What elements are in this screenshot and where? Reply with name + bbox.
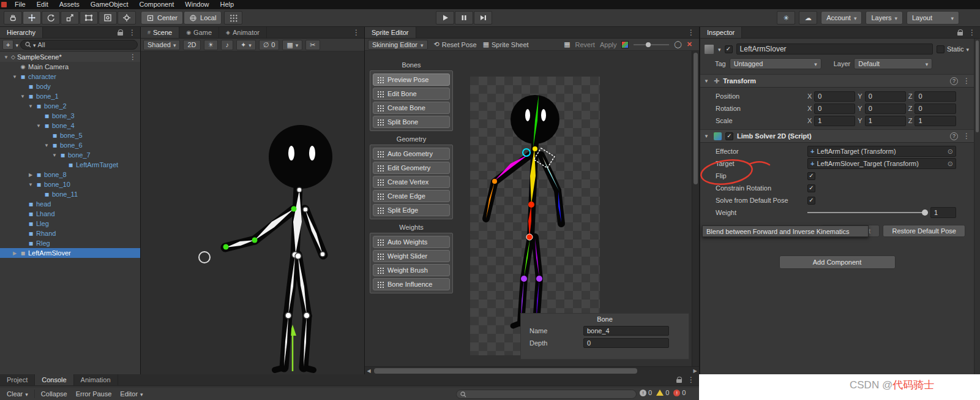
scene-viewport[interactable] <box>141 51 364 374</box>
skinning-edit-geometry-button[interactable]: Edit Geometry <box>373 162 450 174</box>
component-enabled-checkbox[interactable] <box>725 132 733 140</box>
layer-dropdown[interactable]: Default <box>854 58 932 69</box>
object-picker-icon[interactable] <box>948 148 953 156</box>
rotation-z-field[interactable]: 0 <box>915 104 956 114</box>
apply-button[interactable]: Apply <box>600 41 617 48</box>
skinning-create-edge-button[interactable]: Create Edge <box>373 190 450 202</box>
foldout-down-icon[interactable]: ▼ <box>43 143 50 148</box>
hierarchy-item-body[interactable]: ◼body <box>0 81 140 91</box>
lock-icon[interactable] <box>676 377 683 383</box>
audio-toggle-button[interactable]: ♪ <box>221 40 233 50</box>
hierarchy-item-main-camera[interactable]: ◉Main Camera <box>0 62 140 72</box>
scrollbar-thumb[interactable] <box>694 53 698 184</box>
panel-menu-icon[interactable] <box>687 28 695 37</box>
scroll-left-icon[interactable]: ◀ <box>365 368 373 374</box>
limb-solver-component-header[interactable]: ▼ Limb Solver 2D (Script) <box>700 129 974 143</box>
scale-z-field[interactable]: 1 <box>915 116 956 126</box>
constrain-rotation-checkbox[interactable] <box>807 184 815 192</box>
position-x-field[interactable]: 0 <box>814 91 855 102</box>
hierarchy-item-bone-1[interactable]: ▼◼bone_1 <box>0 91 140 101</box>
scene-menu-icon[interactable] <box>129 53 140 61</box>
panel-menu-icon[interactable] <box>968 28 976 37</box>
version-control-button[interactable] <box>777 11 795 25</box>
tab-hierarchy[interactable]: Hierarchy <box>0 27 43 38</box>
menu-component[interactable]: Component <box>134 0 179 9</box>
rect-tool-button[interactable] <box>80 11 98 25</box>
color-swatch-icon[interactable] <box>621 41 629 48</box>
flip-checkbox[interactable] <box>807 172 815 180</box>
skinning-split-bone-button[interactable]: Split Bone <box>373 116 450 128</box>
menu-gameobject[interactable]: GameObject <box>86 0 133 9</box>
skinning-auto-geometry-button[interactable]: Auto Geometry <box>373 148 450 160</box>
object-picker-icon[interactable] <box>948 160 953 168</box>
hierarchy-item-bone-4[interactable]: ▼◼bone_4 <box>0 121 140 130</box>
reset-pose-button[interactable]: ⟲Reset Pose <box>434 40 477 48</box>
hierarchy-item-bone-6[interactable]: ▼◼bone_6 <box>0 140 140 150</box>
cut-tool-button[interactable]: ✂ <box>305 40 320 50</box>
hierarchy-item-leftarmslover[interactable]: ▶◼LeftArmSlover <box>0 248 140 258</box>
hierarchy-item-bone-7[interactable]: ▼◼bone_7 <box>0 150 140 160</box>
error-pause-toggle[interactable]: Error Pause <box>72 389 116 399</box>
panel-menu-icon[interactable] <box>129 28 136 37</box>
hierarchy-item-bone-8[interactable]: ▶◼bone_8 <box>0 170 140 179</box>
lighting-toggle-button[interactable]: ☀ <box>204 40 219 50</box>
sprite-viewport[interactable]: BonesPreview PoseEdit BoneCreate BoneSpl… <box>365 51 699 366</box>
cloud-button[interactable] <box>799 11 817 25</box>
static-checkbox[interactable] <box>937 45 944 53</box>
tab-scene[interactable]: #Scene <box>141 27 179 38</box>
foldout-down-icon[interactable]: ▼ <box>36 123 42 129</box>
tag-dropdown[interactable]: Untagged <box>730 58 821 69</box>
grid-snapping-button[interactable] <box>224 11 242 25</box>
panel-menu-icon[interactable] <box>353 28 360 37</box>
grid-dropdown[interactable]: ▦ <box>282 40 302 50</box>
zoom-slider[interactable] <box>634 41 669 48</box>
hierarchy-item-rleg[interactable]: ◼Rleg <box>0 238 140 248</box>
component-menu-icon[interactable] <box>963 132 970 140</box>
skinning-split-edge-button[interactable]: Split Edge <box>373 204 450 216</box>
panel-menu-icon[interactable] <box>687 375 695 384</box>
info-count-badge[interactable]: !0 <box>640 389 652 396</box>
skinning-editor-dropdown[interactable]: Skinning Editor <box>368 40 428 50</box>
target-object-field[interactable]: + LeftArmSlover_Target (Transform) <box>807 158 956 169</box>
layers-dropdown[interactable]: Layers <box>866 11 903 25</box>
solve-default-pose-checkbox[interactable] <box>807 197 815 205</box>
hierarchy-search-input[interactable]: All <box>20 40 138 50</box>
static-flags-caret[interactable] <box>966 45 969 53</box>
console-search-input[interactable] <box>456 390 637 399</box>
play-button[interactable] <box>436 11 454 25</box>
foldout-right-icon[interactable]: ▶ <box>28 172 34 178</box>
tab-animator[interactable]: ◈Animator <box>219 27 267 38</box>
shading-mode-dropdown[interactable]: Shaded <box>143 40 180 50</box>
err-count-badge[interactable]: !0 <box>673 389 686 396</box>
alpha-icon[interactable]: ◯ <box>674 40 681 48</box>
skinning-bone-influence-button[interactable]: Bone Influence <box>373 278 450 290</box>
scrollbar-thumb[interactable] <box>374 368 637 374</box>
hierarchy-item-lhand[interactable]: ◼Lhand <box>0 209 140 219</box>
rotation-x-field[interactable]: 0 <box>814 104 855 114</box>
hierarchy-item-lleg[interactable]: ◼Lleg <box>0 219 140 228</box>
transform-component-header[interactable]: ▼ Transform <box>700 74 974 88</box>
component-menu-icon[interactable] <box>963 77 970 85</box>
hierarchy-item-bone-11[interactable]: ◼bone_11 <box>0 189 140 199</box>
effects-dropdown[interactable]: ✦ <box>236 40 256 50</box>
step-button[interactable] <box>474 11 492 25</box>
help-icon[interactable] <box>950 132 958 140</box>
object-name-field[interactable]: LeftArmSlover <box>736 43 933 55</box>
vertical-scrollbar[interactable] <box>692 51 699 366</box>
collapse-toggle[interactable]: Collapse <box>37 389 71 399</box>
icon-dropdown-caret[interactable] <box>718 45 721 53</box>
hierarchy-item-rhand[interactable]: ◼Rhand <box>0 228 140 238</box>
effector-object-field[interactable]: + LeftArmTarget (Transform) <box>807 146 956 157</box>
hand-tool-button[interactable] <box>4 11 22 25</box>
tab-project[interactable]: Project <box>0 374 35 385</box>
scale-y-field[interactable]: 1 <box>865 116 906 126</box>
scene-header-row[interactable]: ▼ ◇ SampleScene* <box>0 52 140 62</box>
add-component-button[interactable]: Add Component <box>779 255 896 269</box>
hierarchy-item-bone-2[interactable]: ▼◼bone_2 <box>0 101 140 111</box>
pause-button[interactable] <box>455 11 473 25</box>
scale-tool-button[interactable] <box>61 11 79 25</box>
position-y-field[interactable]: 0 <box>865 91 906 102</box>
custom-tool-button[interactable] <box>118 11 136 25</box>
weight-slider[interactable] <box>807 209 928 216</box>
tab-console[interactable]: Console <box>35 374 73 385</box>
